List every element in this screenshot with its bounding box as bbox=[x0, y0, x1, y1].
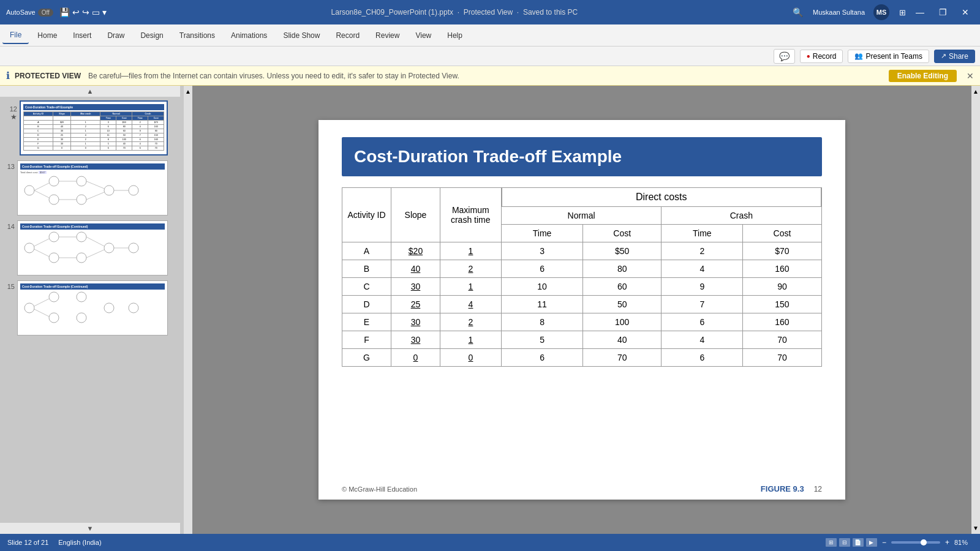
copyright-text: © McGraw-Hill Education bbox=[342, 485, 417, 493]
share-button[interactable]: ↗ Share bbox=[934, 50, 975, 63]
slide-title: Cost-Duration Trade-off Example bbox=[354, 147, 622, 166]
panel-scroll-up[interactable]: ▲ bbox=[0, 86, 180, 97]
slide-panel: 12 ★ Cost-Duration Trade-off Example Act… bbox=[0, 97, 172, 523]
svg-point-4 bbox=[77, 195, 86, 204]
slide-area-scroll-top[interactable]: ▲ bbox=[185, 88, 191, 95]
slide-sorter-icon[interactable]: ⊟ bbox=[839, 538, 850, 547]
restore-button[interactable]: ❐ bbox=[934, 7, 952, 17]
svg-line-26 bbox=[86, 250, 104, 258]
main-area: ▲ 12 ★ Cost-Duration Trade-off Example A… bbox=[0, 86, 980, 534]
cell-slope: 0 bbox=[391, 349, 440, 367]
slide-thumbnail-12[interactable]: Cost-Duration Trade-off Example Activity… bbox=[20, 100, 168, 156]
slide-thumbnail-15[interactable]: Cost-Duration Trade-off Example (Continu… bbox=[17, 280, 168, 335]
slide-thumbnail-13[interactable]: Cost-Duration Trade-off Example (Continu… bbox=[17, 160, 168, 216]
tab-record[interactable]: Record bbox=[328, 28, 367, 43]
cell-normalcost: 100 bbox=[583, 313, 662, 331]
svg-point-5 bbox=[104, 186, 114, 195]
table-row: D 25 4 11 50 7 150 bbox=[342, 296, 822, 313]
zoom-level[interactable]: 81% bbox=[954, 539, 973, 546]
zoom-out-icon[interactable]: − bbox=[882, 538, 886, 547]
cell-slope: $20 bbox=[391, 242, 440, 260]
cell-normalcost: 70 bbox=[583, 349, 662, 367]
slide-area-scroll-down[interactable]: ▼ bbox=[973, 525, 979, 531]
slide-content: Cost-Duration Trade-off Example Activity… bbox=[318, 120, 845, 500]
table-row: G 0 0 6 70 6 70 bbox=[342, 349, 822, 367]
slide-thumb-12[interactable]: 12 ★ Cost-Duration Trade-off Example Act… bbox=[2, 99, 169, 157]
cell-slope: 30 bbox=[391, 331, 440, 349]
col-header-normal: Normal bbox=[502, 207, 662, 225]
autosave-toggle[interactable]: Off bbox=[38, 9, 53, 17]
undo-icon[interactable]: ↩ bbox=[72, 7, 80, 17]
svg-point-28 bbox=[24, 303, 34, 313]
slide-thumb-14[interactable]: 14 Cost-Duration Trade-off Example (Cont… bbox=[2, 219, 169, 277]
status-left: Slide 12 of 21 English (India) bbox=[7, 539, 102, 546]
svg-point-1 bbox=[49, 176, 59, 186]
tab-animations[interactable]: Animations bbox=[224, 28, 274, 43]
zoom-thumb[interactable] bbox=[921, 539, 927, 545]
layout-icon[interactable]: ⊞ bbox=[899, 8, 906, 17]
cell-id: F bbox=[342, 331, 391, 349]
cell-id: A bbox=[342, 242, 391, 260]
slideshow-icon[interactable]: ▶ bbox=[866, 538, 877, 547]
cell-normaltime: 6 bbox=[502, 260, 583, 278]
dropdown-icon[interactable]: ▾ bbox=[102, 7, 107, 17]
cell-maxcrash: 2 bbox=[440, 260, 502, 278]
svg-point-17 bbox=[77, 232, 86, 242]
view-icons: ⊞ ⊟ 📄 ▶ bbox=[826, 538, 877, 547]
shield-icon: ℹ bbox=[6, 70, 10, 81]
svg-point-15 bbox=[49, 232, 59, 242]
tab-review[interactable]: Review bbox=[368, 28, 407, 43]
title-bar: AutoSave Off 💾 ↩ ↪ ▭ ▾ Larson8e_CH09_Pow… bbox=[0, 0, 980, 24]
record-button[interactable]: ● Record bbox=[800, 50, 843, 63]
col-header-crashcost: Cost bbox=[743, 225, 821, 242]
present-in-teams-button[interactable]: 👥 Present in Teams bbox=[848, 50, 929, 63]
svg-line-12 bbox=[86, 192, 104, 200]
slide-thumb-13[interactable]: 13 Cost-Duration Trade-off Example (Cont… bbox=[2, 159, 169, 217]
table-row: B 40 2 6 80 4 160 bbox=[342, 260, 822, 278]
slide-thumb-15[interactable]: 15 Cost-Duration Trade-off Example (Cont… bbox=[2, 279, 169, 337]
cell-id: D bbox=[342, 296, 391, 313]
tab-draw[interactable]: Draw bbox=[100, 28, 132, 43]
cell-normalcost: 50 bbox=[583, 296, 662, 313]
enable-editing-button[interactable]: Enable Editing bbox=[889, 70, 957, 82]
tab-transitions[interactable]: Transitions bbox=[172, 28, 222, 43]
tab-file[interactable]: File bbox=[2, 27, 29, 44]
cell-crashcost: 70 bbox=[743, 349, 821, 367]
svg-point-30 bbox=[49, 313, 59, 323]
tab-design[interactable]: Design bbox=[133, 28, 170, 43]
slide-area-scroll-up[interactable]: ▲ bbox=[973, 88, 979, 95]
tab-insert[interactable]: Insert bbox=[66, 28, 99, 43]
close-button[interactable]: ✕ bbox=[957, 7, 974, 17]
minimize-button[interactable]: — bbox=[911, 7, 929, 17]
tab-help[interactable]: Help bbox=[440, 28, 470, 43]
redo-icon[interactable]: ↪ bbox=[82, 7, 89, 17]
slide-thumbnail-14[interactable]: Cost-Duration Trade-off Example (Continu… bbox=[17, 220, 168, 276]
cell-crashtime: 9 bbox=[662, 278, 743, 296]
svg-line-35 bbox=[34, 299, 49, 306]
svg-line-8 bbox=[34, 190, 49, 198]
tab-view[interactable]: View bbox=[408, 28, 439, 43]
cell-normalcost: 80 bbox=[583, 260, 662, 278]
avatar[interactable]: MS bbox=[873, 4, 889, 20]
panel-scroll-down[interactable]: ▼ bbox=[0, 523, 180, 534]
cell-crashtime: 4 bbox=[662, 260, 743, 278]
cell-normaltime: 8 bbox=[502, 313, 583, 331]
search-icon[interactable]: 🔍 bbox=[793, 7, 803, 17]
username-label: Muskaan Sultana bbox=[813, 9, 865, 16]
cell-crashtime: 4 bbox=[662, 331, 743, 349]
save-icon[interactable]: 💾 bbox=[59, 7, 70, 17]
table-row: E 30 2 8 100 6 160 bbox=[342, 313, 822, 331]
tab-home[interactable]: Home bbox=[30, 28, 64, 43]
cell-normalcost: $50 bbox=[583, 242, 662, 260]
zoom-in-icon[interactable]: + bbox=[945, 538, 949, 547]
data-table-wrapper: Activity ID Slope Maximum crash time Dir… bbox=[342, 187, 822, 367]
zoom-slider[interactable] bbox=[891, 541, 940, 544]
tab-slideshow[interactable]: Slide Show bbox=[276, 28, 327, 43]
reading-view-icon[interactable]: 📄 bbox=[853, 538, 864, 547]
normal-view-icon[interactable]: ⊞ bbox=[826, 538, 837, 547]
cell-crashcost: 150 bbox=[743, 296, 821, 313]
comment-button[interactable]: 💬 bbox=[774, 49, 795, 64]
present-icon[interactable]: ▭ bbox=[92, 7, 100, 17]
cell-slope: 25 bbox=[391, 296, 440, 313]
protected-view-close-button[interactable]: ✕ bbox=[967, 71, 974, 81]
